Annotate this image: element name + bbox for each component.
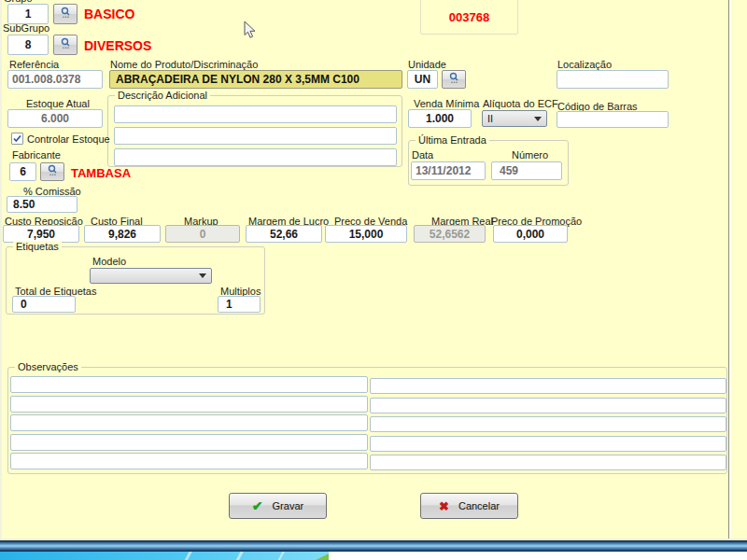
observacoes-field[interactable] bbox=[10, 434, 368, 451]
ultima-entrada-label: Última Entrada bbox=[416, 134, 489, 146]
observacoes-field[interactable] bbox=[10, 376, 368, 393]
observacoes-field[interactable] bbox=[370, 398, 726, 413]
aliquota-ecf-label: Alíquota do ECF bbox=[483, 98, 558, 109]
checkmark-icon bbox=[12, 131, 22, 147]
observacoes-field[interactable] bbox=[370, 416, 726, 432]
product-code-value: 003768 bbox=[449, 3, 489, 24]
subgrupo-name-text: DIVERSOS bbox=[84, 38, 151, 53]
chevron-down-icon bbox=[534, 117, 542, 121]
subgrupo-search-button[interactable] bbox=[53, 35, 78, 55]
descricao-adicional-line2[interactable] bbox=[114, 127, 397, 145]
grupo-name-text: BASICO bbox=[84, 7, 134, 21]
window-left-edge bbox=[0, 0, 2, 539]
mouse-cursor bbox=[244, 21, 256, 43]
total-etiquetas-field[interactable]: 0 bbox=[12, 296, 76, 313]
fabricante-name-text: TAMBASA bbox=[71, 166, 131, 180]
search-icon bbox=[47, 163, 59, 180]
codigo-barras-field[interactable] bbox=[557, 111, 669, 128]
venda-minima-field[interactable]: 1.000 bbox=[408, 109, 472, 128]
fabricante-label: Fabricante bbox=[12, 149, 61, 161]
multiplos-field[interactable]: 1 bbox=[218, 296, 261, 313]
margem-real-field: 52,6562 bbox=[414, 225, 486, 243]
observacoes-label: Observações bbox=[15, 361, 81, 372]
modelo-dropdown[interactable] bbox=[90, 268, 212, 284]
nome-produto-field[interactable]: ABRAÇADEIRA DE NYLON 280 X 3,5MM C100 bbox=[109, 70, 402, 89]
subgrupo-label: SubGrupo bbox=[3, 22, 49, 34]
observacoes-field[interactable] bbox=[10, 414, 368, 431]
comissao-field[interactable]: 8.50 bbox=[7, 196, 78, 213]
data-label: Data bbox=[412, 149, 433, 161]
observacoes-field[interactable] bbox=[370, 378, 726, 394]
light-streak bbox=[184, 552, 192, 560]
estoque-atual-label: Estoque Atual bbox=[26, 98, 90, 109]
product-form-window: Grupo 1 BASICO SubGrupo 8 DIVERSOS 00376… bbox=[0, 0, 747, 560]
descricao-adicional-line1[interactable] bbox=[114, 105, 397, 123]
ultima-entrada-group: Última Entrada Data 13/11/2012 Número 45… bbox=[408, 140, 569, 186]
referencia-field[interactable]: 001.008.0378 bbox=[7, 70, 103, 89]
grupo-search-button[interactable] bbox=[53, 4, 78, 24]
aliquota-ecf-value: II bbox=[487, 113, 493, 124]
localizacao-field[interactable] bbox=[557, 70, 669, 89]
product-code-box: 003768 bbox=[420, 0, 518, 35]
panel-right-divider-highlight bbox=[729, 0, 731, 539]
gravar-button-label: Gravar bbox=[273, 500, 304, 511]
referencia-label: Referência bbox=[9, 59, 59, 70]
observacoes-field[interactable] bbox=[370, 436, 726, 452]
search-icon bbox=[448, 71, 460, 88]
etiquetas-group: Etiquetas Modelo Total de Etiquetas 0 Mu… bbox=[6, 246, 265, 315]
grupo-field[interactable]: 1 bbox=[7, 4, 49, 24]
x-icon: ✖ bbox=[439, 499, 449, 513]
numero-label: Número bbox=[512, 149, 548, 161]
search-icon bbox=[60, 36, 72, 53]
data-field[interactable]: 13/11/2012 bbox=[411, 161, 486, 180]
modelo-label: Modelo bbox=[92, 256, 126, 267]
unidade-label: Unidade bbox=[408, 59, 446, 70]
aliquota-ecf-dropdown[interactable]: II bbox=[482, 110, 547, 127]
descricao-adicional-group: Descrição Adicional bbox=[107, 95, 402, 167]
descricao-adicional-line3[interactable] bbox=[114, 148, 397, 166]
numero-field[interactable]: 459 bbox=[491, 161, 562, 180]
controlar-estoque-label: Controlar Estoque bbox=[27, 133, 110, 145]
nome-produto-label: Nome do Produto/Discriminação bbox=[110, 59, 258, 70]
fabricante-search-button[interactable] bbox=[40, 162, 64, 181]
controlar-estoque-checkbox[interactable] bbox=[11, 133, 23, 145]
preco-promocao-field[interactable]: 0,000 bbox=[493, 225, 568, 243]
preco-venda-field[interactable]: 15,000 bbox=[325, 225, 407, 243]
search-icon bbox=[60, 6, 72, 22]
unidade-field[interactable]: UN bbox=[407, 70, 438, 89]
desktop-background-strip bbox=[0, 552, 329, 560]
descricao-adicional-label: Descrição Adicional bbox=[115, 90, 210, 101]
fabricante-field[interactable]: 6 bbox=[9, 162, 36, 181]
chevron-down-icon bbox=[199, 273, 206, 278]
margem-lucro-field[interactable]: 52,66 bbox=[246, 225, 322, 243]
check-icon: ✔ bbox=[252, 498, 263, 513]
localizacao-label: Localização bbox=[557, 59, 612, 70]
observacoes-group: Observações bbox=[7, 367, 727, 474]
cancelar-button[interactable]: ✖ Cancelar bbox=[420, 493, 518, 519]
unidade-search-button[interactable] bbox=[442, 70, 466, 89]
background-window-strip bbox=[329, 552, 747, 560]
window-frame-strip bbox=[0, 540, 747, 552]
observacoes-field[interactable] bbox=[10, 453, 368, 469]
markup-field: 0 bbox=[165, 225, 240, 243]
gravar-button[interactable]: ✔ Gravar bbox=[229, 493, 327, 519]
subgrupo-field[interactable]: 8 bbox=[7, 35, 49, 55]
estoque-atual-field[interactable]: 6.000 bbox=[7, 109, 103, 128]
light-streak bbox=[235, 552, 244, 560]
venda-minima-label: Venda Mínima bbox=[414, 98, 479, 109]
observacoes-field[interactable] bbox=[10, 396, 368, 413]
cancelar-button-label: Cancelar bbox=[458, 500, 500, 511]
custo-final-field[interactable]: 9,826 bbox=[84, 225, 161, 243]
etiquetas-label: Etiquetas bbox=[13, 241, 62, 252]
observacoes-field[interactable] bbox=[370, 455, 726, 470]
light-streak bbox=[277, 552, 285, 560]
